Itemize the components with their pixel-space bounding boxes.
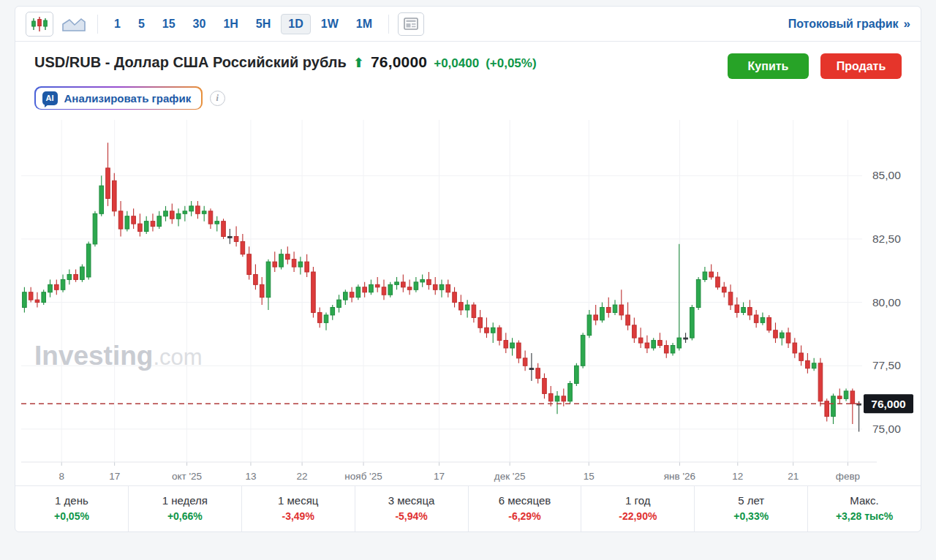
svg-text:12: 12 [732,471,743,482]
timeframe-1w-button[interactable]: 1W [314,14,346,34]
performance-cell[interactable]: 1 месяц-3,49% [242,486,355,531]
ai-tools-row: AI Анализировать график i [15,79,921,111]
svg-text:82,50: 82,50 [872,232,901,245]
svg-text:нояб '25: нояб '25 [344,471,382,482]
toolbar-divider [97,15,98,34]
svg-text:17: 17 [434,471,445,482]
last-price: 76,0000 [371,53,427,71]
performance-period-label: 1 месяц [242,494,355,507]
performance-period-label: 6 месяцев [469,494,581,507]
analyze-chart-button[interactable]: AI Анализировать график [34,86,203,110]
candlestick-chart[interactable]: 85,0082,5080,0077,5075,00817окт '251322н… [15,111,921,485]
svg-text:13: 13 [245,471,256,482]
news-icon [404,18,418,30]
performance-value: -5,94% [355,510,468,522]
performance-strip: 1 день+0,05%1 неделя+0,66%1 месяц-3,49%3… [15,485,921,531]
timeframe-15-button[interactable]: 15 [155,14,183,34]
performance-value: +3,28 тыс% [808,510,921,522]
price-change: +0,0400 [434,56,479,71]
svg-text:22: 22 [297,471,308,482]
sell-button[interactable]: Продать [820,53,902,79]
timeframe-30-button[interactable]: 30 [186,14,214,34]
performance-cell[interactable]: 5 лет+0,33% [695,486,808,531]
area-chart-icon [62,17,86,31]
timeframe-1h-button[interactable]: 1H [216,14,245,34]
instrument-header: USD/RUB - Доллар США Российский рубль ⬆ … [15,42,921,79]
chevron-right-icon: » [904,17,910,31]
performance-cell[interactable]: 3 месяца-5,94% [355,486,469,531]
svg-text:75,00: 75,00 [872,423,901,435]
performance-cell[interactable]: 1 день+0,05% [15,486,129,531]
performance-period-label: Макс. [808,494,921,507]
svg-text:дек '25: дек '25 [494,471,526,482]
performance-cell[interactable]: 1 год-22,90% [581,486,695,531]
streaming-chart-link[interactable]: Потоковый график » [788,17,910,31]
analyze-chart-label: Анализировать график [64,92,192,105]
performance-cell[interactable]: 1 неделя+0,66% [129,486,242,531]
price-up-arrow-icon: ⬆ [353,55,364,71]
timeframe-1-button[interactable]: 1 [107,14,128,34]
svg-text:77,50: 77,50 [872,359,901,371]
instrument-title: USD/RUB - Доллар США Российский рубль [34,54,347,71]
performance-value: +0,66% [129,510,241,522]
performance-value: -6,29% [469,510,581,522]
svg-text:76,000: 76,000 [871,398,905,410]
performance-value: -22,90% [581,510,694,522]
investing-watermark: Investing.com [34,341,203,371]
timeframe-buttons: 1515301H5H1D1W1M [107,14,380,34]
candlestick-chart-type-button[interactable] [26,12,53,37]
performance-period-label: 3 месяца [355,494,468,507]
news-panel-button[interactable] [398,12,424,36]
timeframe-5-button[interactable]: 5 [131,14,152,34]
performance-period-label: 1 год [581,494,694,507]
performance-period-label: 1 неделя [129,494,241,507]
area-chart-type-button[interactable] [59,12,88,37]
streaming-chart-link-label: Потоковый график [788,18,899,31]
svg-text:15: 15 [584,471,595,482]
performance-cell[interactable]: 6 месяцев-6,29% [469,486,582,531]
svg-text:85,00: 85,00 [872,169,901,181]
performance-period-label: 1 день [15,494,128,507]
svg-text:февр: февр [836,471,860,482]
performance-value: -3,49% [242,510,355,522]
timeframe-5h-button[interactable]: 5H [249,14,278,34]
info-icon[interactable]: i [210,91,225,106]
svg-text:янв '26: янв '26 [664,471,695,482]
performance-value: +0,33% [695,510,807,522]
svg-text:17: 17 [109,471,120,482]
svg-text:8: 8 [58,471,64,482]
performance-value: +0,05% [15,510,128,522]
chart-widget-card: 1515301H5H1D1W1M Потоковый график » USD/… [15,6,921,532]
chart-toolbar: 1515301H5H1D1W1M Потоковый график » [15,7,921,42]
buy-button[interactable]: Купить [728,53,809,79]
performance-period-label: 5 лет [695,494,807,507]
svg-text:окт '25: окт '25 [172,471,202,482]
price-change-percent: (+0,05%) [486,56,536,71]
timeframe-1d-button[interactable]: 1D [281,14,310,34]
timeframe-1m-button[interactable]: 1M [349,14,380,34]
performance-cell[interactable]: Макс.+3,28 тыс% [808,486,921,531]
ai-badge-icon: AI [42,91,58,105]
svg-text:21: 21 [788,471,799,482]
svg-text:80,00: 80,00 [872,296,901,309]
candlestick-icon [31,16,48,32]
toolbar-divider [388,15,389,34]
